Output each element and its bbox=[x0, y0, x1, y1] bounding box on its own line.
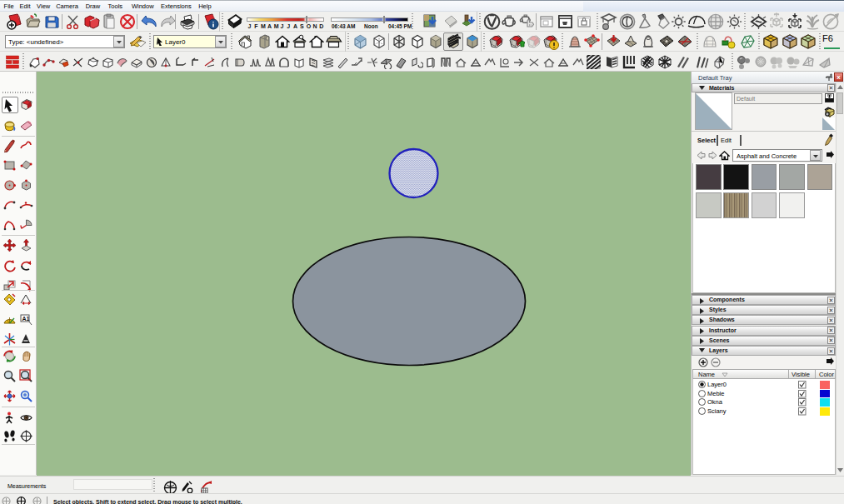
svg-text:A1: A1 bbox=[22, 316, 30, 322]
